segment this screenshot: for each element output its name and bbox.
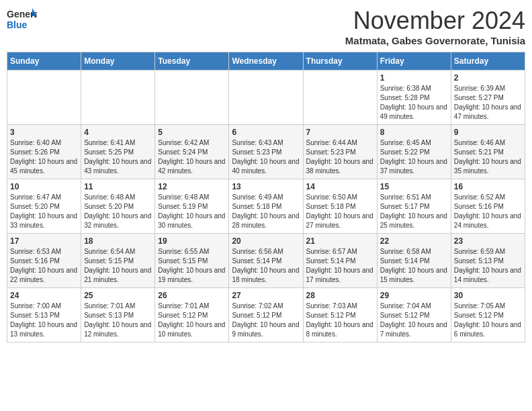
calendar-cell: 14Sunrise: 6:50 AMSunset: 5:18 PMDayligh… bbox=[303, 179, 377, 234]
calendar-cell: 5Sunrise: 6:42 AMSunset: 5:24 PMDaylight… bbox=[155, 125, 229, 179]
day-number: 11 bbox=[84, 182, 152, 191]
calendar-cell: 28Sunrise: 7:03 AMSunset: 5:12 PMDayligh… bbox=[303, 288, 377, 342]
day-number: 29 bbox=[380, 291, 448, 300]
day-number: 27 bbox=[232, 291, 300, 300]
weekday-header-wednesday: Wednesday bbox=[229, 52, 303, 71]
day-number: 13 bbox=[232, 182, 300, 191]
day-number: 19 bbox=[158, 236, 226, 246]
day-info: Sunrise: 6:48 AMSunset: 5:20 PMDaylight:… bbox=[84, 193, 152, 230]
weekday-header-friday: Friday bbox=[377, 52, 451, 71]
day-number: 9 bbox=[454, 128, 522, 137]
day-info: Sunrise: 6:38 AMSunset: 5:28 PMDaylight:… bbox=[380, 84, 448, 122]
calendar-cell: 11Sunrise: 6:48 AMSunset: 5:20 PMDayligh… bbox=[81, 179, 155, 234]
day-info: Sunrise: 6:42 AMSunset: 5:24 PMDaylight:… bbox=[158, 138, 226, 176]
day-info: Sunrise: 6:43 AMSunset: 5:23 PMDaylight:… bbox=[232, 138, 300, 176]
calendar-cell: 20Sunrise: 6:56 AMSunset: 5:14 PMDayligh… bbox=[229, 234, 303, 288]
day-info: Sunrise: 6:41 AMSunset: 5:25 PMDaylight:… bbox=[84, 138, 152, 176]
calendar-cell: 30Sunrise: 7:05 AMSunset: 5:12 PMDayligh… bbox=[451, 288, 525, 342]
day-number: 16 bbox=[454, 182, 522, 191]
calendar-cell bbox=[229, 71, 303, 125]
logo-svg: General Blue bbox=[7, 7, 37, 34]
day-info: Sunrise: 6:54 AMSunset: 5:15 PMDaylight:… bbox=[84, 247, 152, 285]
day-info: Sunrise: 6:53 AMSunset: 5:16 PMDaylight:… bbox=[10, 247, 78, 285]
calendar-cell: 3Sunrise: 6:40 AMSunset: 5:26 PMDaylight… bbox=[7, 125, 81, 179]
calendar-cell: 15Sunrise: 6:51 AMSunset: 5:17 PMDayligh… bbox=[377, 179, 451, 234]
day-info: Sunrise: 6:50 AMSunset: 5:18 PMDaylight:… bbox=[306, 193, 374, 230]
calendar-cell: 6Sunrise: 6:43 AMSunset: 5:23 PMDaylight… bbox=[229, 125, 303, 179]
calendar-cell: 10Sunrise: 6:47 AMSunset: 5:20 PMDayligh… bbox=[7, 179, 81, 234]
calendar-cell bbox=[303, 71, 377, 125]
calendar-cell bbox=[7, 71, 81, 125]
day-info: Sunrise: 6:48 AMSunset: 5:19 PMDaylight:… bbox=[158, 193, 226, 230]
calendar-cell: 8Sunrise: 6:45 AMSunset: 5:22 PMDaylight… bbox=[377, 125, 451, 179]
day-info: Sunrise: 6:56 AMSunset: 5:14 PMDaylight:… bbox=[232, 247, 300, 285]
day-number: 14 bbox=[306, 182, 374, 191]
day-number: 17 bbox=[10, 236, 78, 246]
day-info: Sunrise: 6:57 AMSunset: 5:14 PMDaylight:… bbox=[306, 247, 374, 285]
calendar-cell bbox=[155, 71, 229, 125]
day-number: 23 bbox=[454, 236, 522, 246]
calendar-cell: 24Sunrise: 7:00 AMSunset: 5:13 PMDayligh… bbox=[7, 288, 81, 342]
day-number: 20 bbox=[232, 236, 300, 246]
calendar-cell: 19Sunrise: 6:55 AMSunset: 5:15 PMDayligh… bbox=[155, 234, 229, 288]
calendar-cell: 27Sunrise: 7:02 AMSunset: 5:12 PMDayligh… bbox=[229, 288, 303, 342]
day-info: Sunrise: 6:49 AMSunset: 5:18 PMDaylight:… bbox=[232, 193, 300, 230]
calendar-cell: 16Sunrise: 6:52 AMSunset: 5:16 PMDayligh… bbox=[451, 179, 525, 234]
calendar-week-row-4: 17Sunrise: 6:53 AMSunset: 5:16 PMDayligh… bbox=[7, 234, 525, 288]
day-info: Sunrise: 7:05 AMSunset: 5:12 PMDaylight:… bbox=[454, 302, 522, 339]
day-number: 1 bbox=[380, 73, 448, 83]
calendar-cell bbox=[81, 71, 155, 125]
day-number: 25 bbox=[84, 291, 152, 300]
calendar-cell: 18Sunrise: 6:54 AMSunset: 5:15 PMDayligh… bbox=[81, 234, 155, 288]
calendar-week-row-3: 10Sunrise: 6:47 AMSunset: 5:20 PMDayligh… bbox=[7, 179, 525, 234]
calendar-week-row-2: 3Sunrise: 6:40 AMSunset: 5:26 PMDaylight… bbox=[7, 125, 525, 179]
day-info: Sunrise: 6:51 AMSunset: 5:17 PMDaylight:… bbox=[380, 193, 448, 230]
day-info: Sunrise: 6:59 AMSunset: 5:13 PMDaylight:… bbox=[454, 247, 522, 285]
day-number: 3 bbox=[10, 128, 78, 137]
day-info: Sunrise: 7:01 AMSunset: 5:13 PMDaylight:… bbox=[84, 302, 152, 339]
day-number: 24 bbox=[10, 291, 78, 300]
calendar-cell: 12Sunrise: 6:48 AMSunset: 5:19 PMDayligh… bbox=[155, 179, 229, 234]
day-number: 7 bbox=[306, 128, 374, 137]
calendar-cell: 13Sunrise: 6:49 AMSunset: 5:18 PMDayligh… bbox=[229, 179, 303, 234]
day-info: Sunrise: 6:47 AMSunset: 5:20 PMDaylight:… bbox=[10, 193, 78, 230]
day-info: Sunrise: 7:00 AMSunset: 5:13 PMDaylight:… bbox=[10, 302, 78, 339]
day-number: 18 bbox=[84, 236, 152, 246]
day-number: 2 bbox=[454, 73, 522, 83]
day-info: Sunrise: 7:03 AMSunset: 5:12 PMDaylight:… bbox=[306, 302, 374, 339]
day-number: 30 bbox=[454, 291, 522, 300]
weekday-header-saturday: Saturday bbox=[451, 52, 525, 71]
calendar-cell: 17Sunrise: 6:53 AMSunset: 5:16 PMDayligh… bbox=[7, 234, 81, 288]
weekday-header-monday: Monday bbox=[81, 52, 155, 71]
calendar-week-row-1: 1Sunrise: 6:38 AMSunset: 5:28 PMDaylight… bbox=[7, 71, 525, 125]
day-info: Sunrise: 6:39 AMSunset: 5:27 PMDaylight:… bbox=[454, 84, 522, 122]
calendar-week-row-5: 24Sunrise: 7:00 AMSunset: 5:13 PMDayligh… bbox=[7, 288, 525, 342]
logo: General Blue bbox=[7, 7, 37, 34]
day-info: Sunrise: 7:04 AMSunset: 5:12 PMDaylight:… bbox=[380, 302, 448, 339]
calendar-cell: 1Sunrise: 6:38 AMSunset: 5:28 PMDaylight… bbox=[377, 71, 451, 125]
weekday-header-sunday: Sunday bbox=[7, 52, 81, 71]
calendar-cell: 25Sunrise: 7:01 AMSunset: 5:13 PMDayligh… bbox=[81, 288, 155, 342]
day-number: 6 bbox=[232, 128, 300, 137]
weekday-header-tuesday: Tuesday bbox=[155, 52, 229, 71]
day-number: 22 bbox=[380, 236, 448, 246]
day-info: Sunrise: 6:55 AMSunset: 5:15 PMDaylight:… bbox=[158, 247, 226, 285]
calendar-cell: 9Sunrise: 6:46 AMSunset: 5:21 PMDaylight… bbox=[451, 125, 525, 179]
svg-text:Blue: Blue bbox=[7, 19, 28, 30]
day-number: 21 bbox=[306, 236, 374, 246]
day-info: Sunrise: 6:45 AMSunset: 5:22 PMDaylight:… bbox=[380, 138, 448, 176]
calendar-cell: 29Sunrise: 7:04 AMSunset: 5:12 PMDayligh… bbox=[377, 288, 451, 342]
day-info: Sunrise: 6:44 AMSunset: 5:23 PMDaylight:… bbox=[306, 138, 374, 176]
day-info: Sunrise: 6:52 AMSunset: 5:16 PMDaylight:… bbox=[454, 193, 522, 230]
calendar-table: SundayMondayTuesdayWednesdayThursdayFrid… bbox=[7, 52, 525, 342]
weekday-header-thursday: Thursday bbox=[303, 52, 377, 71]
day-number: 15 bbox=[380, 182, 448, 191]
day-info: Sunrise: 6:40 AMSunset: 5:26 PMDaylight:… bbox=[10, 138, 78, 176]
day-info: Sunrise: 7:02 AMSunset: 5:12 PMDaylight:… bbox=[232, 302, 300, 339]
calendar-cell: 23Sunrise: 6:59 AMSunset: 5:13 PMDayligh… bbox=[451, 234, 525, 288]
day-number: 4 bbox=[84, 128, 152, 137]
day-info: Sunrise: 7:01 AMSunset: 5:12 PMDaylight:… bbox=[158, 302, 226, 339]
page-header: General Blue November 2024 Matmata, Gabe… bbox=[7, 7, 525, 46]
location: Matmata, Gabes Governorate, Tunisia bbox=[345, 35, 525, 46]
calendar-cell: 7Sunrise: 6:44 AMSunset: 5:23 PMDaylight… bbox=[303, 125, 377, 179]
